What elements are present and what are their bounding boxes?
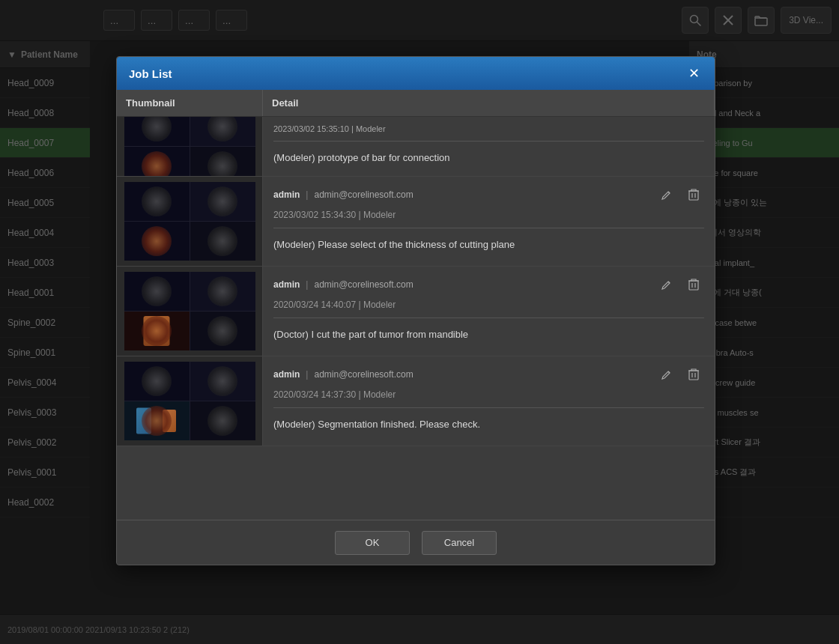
job-email-4: admin@corelinesoft.com xyxy=(314,369,413,380)
scan-cell xyxy=(190,222,255,261)
thumbnail-header-label: Thumbnail xyxy=(126,97,175,109)
job-actions-4 xyxy=(656,364,704,385)
job-user-2: admin xyxy=(273,189,300,200)
scan-cell xyxy=(190,147,255,176)
modal-table-header: Thumbnail Detail xyxy=(117,90,715,117)
thumbnail-image-1 xyxy=(124,117,255,176)
job-detail-2: admin | admin@corelinesoft.com xyxy=(263,177,715,266)
thumbnail-col-header: Thumbnail xyxy=(117,90,263,116)
job-detail-4: admin | admin@corelinesoft.com xyxy=(263,356,715,446)
job-datetime-4: 2020/03/24 14:37:30 | Modeler xyxy=(273,389,704,400)
job-list-modal: Job List ✕ Thumbnail Detail xyxy=(116,56,715,565)
job-row-3: admin | admin@corelinesoft.com xyxy=(117,267,715,356)
scan-cell xyxy=(124,312,190,350)
edit-button-3[interactable] xyxy=(656,274,677,295)
scan-cell xyxy=(124,147,190,176)
job-thumbnail-1 xyxy=(117,117,263,176)
scan-cell xyxy=(124,182,190,221)
delete-button-3[interactable] xyxy=(683,274,704,295)
meta-sep: | xyxy=(306,189,308,200)
job-meta-1: 2023/03/02 15:35:10 | Modeler xyxy=(273,124,704,133)
modal-table-body[interactable]: 2023/03/02 15:35:10 | Modeler (Modeler) … xyxy=(117,117,715,520)
scan-cell xyxy=(190,117,255,146)
job-detail-1: 2023/03/02 15:35:10 | Modeler (Modeler) … xyxy=(263,117,715,176)
modal-body: Thumbnail Detail xyxy=(117,90,715,520)
job-user-3: admin xyxy=(273,279,300,290)
modal-header: Job List ✕ xyxy=(117,57,715,90)
job-thumbnail-3 xyxy=(117,267,263,356)
modal-close-button[interactable]: ✕ xyxy=(685,64,703,82)
job-thumbnail-2 xyxy=(117,177,263,266)
job-datetime-3: 2020/03/24 14:40:07 | Modeler xyxy=(273,300,704,310)
edit-button-2[interactable] xyxy=(656,184,677,205)
scan-cell xyxy=(124,222,190,261)
job-message-1: (Modeler) prototype of bar for connectio… xyxy=(273,149,704,166)
thumbnail-image-2 xyxy=(124,182,255,261)
scan-cell xyxy=(124,362,190,401)
scan-cell xyxy=(190,312,255,350)
job-divider xyxy=(273,141,704,142)
svg-rect-13 xyxy=(689,371,698,380)
job-divider xyxy=(273,407,704,408)
meta-sep: | xyxy=(306,279,308,290)
svg-rect-5 xyxy=(689,191,698,200)
job-divider xyxy=(273,228,704,228)
scan-cell xyxy=(124,401,190,440)
detail-header-label: Detail xyxy=(272,97,298,109)
thumbnail-image-4 xyxy=(124,362,255,440)
edit-button-4[interactable] xyxy=(656,364,677,385)
job-datetime: 2023/03/02 15:35:10 | Modeler xyxy=(273,124,386,133)
job-meta-3: admin | admin@corelinesoft.com xyxy=(273,274,704,295)
job-meta-4: admin | admin@corelinesoft.com xyxy=(273,364,704,385)
job-divider xyxy=(273,318,704,318)
job-meta-2: admin | admin@corelinesoft.com xyxy=(273,184,704,205)
meta-sep: | xyxy=(306,369,308,380)
detail-col-header: Detail xyxy=(263,90,715,116)
scan-cell xyxy=(124,117,190,146)
modal-footer: OK Cancel xyxy=(117,520,715,565)
scan-cell xyxy=(190,401,255,440)
job-message-3: (Doctor) I cut the part of tumor from ma… xyxy=(273,326,704,343)
modal-title: Job List xyxy=(129,67,172,80)
job-user-4: admin xyxy=(273,369,300,380)
job-datetime-2: 2023/03/02 15:34:30 | Modeler xyxy=(273,210,704,220)
job-actions-3 xyxy=(656,274,704,295)
scan-cell xyxy=(124,272,190,311)
job-thumbnail-4 xyxy=(117,356,263,446)
job-message-4: (Modeler) Segmentation finished. Please … xyxy=(273,416,704,433)
ok-button[interactable]: OK xyxy=(335,531,410,555)
job-email-2: admin@corelinesoft.com xyxy=(314,189,413,200)
job-row-4: admin | admin@corelinesoft.com xyxy=(117,356,715,446)
job-row-partial: 2023/03/02 15:35:10 | Modeler (Modeler) … xyxy=(117,117,715,177)
thumbnail-image-3 xyxy=(124,272,255,350)
scan-cell xyxy=(190,272,255,311)
delete-button-4[interactable] xyxy=(683,364,704,385)
scan-cell xyxy=(190,182,255,221)
job-message-2: (Modeler) Please select of the thickness… xyxy=(273,236,704,253)
delete-button-2[interactable] xyxy=(683,184,704,205)
svg-rect-9 xyxy=(689,281,698,290)
job-row-2: admin | admin@corelinesoft.com xyxy=(117,177,715,267)
job-email-3: admin@corelinesoft.com xyxy=(314,279,413,290)
job-actions-2 xyxy=(656,184,704,205)
cancel-button[interactable]: Cancel xyxy=(422,531,497,555)
job-detail-3: admin | admin@corelinesoft.com xyxy=(263,267,715,356)
scan-cell xyxy=(190,362,255,401)
